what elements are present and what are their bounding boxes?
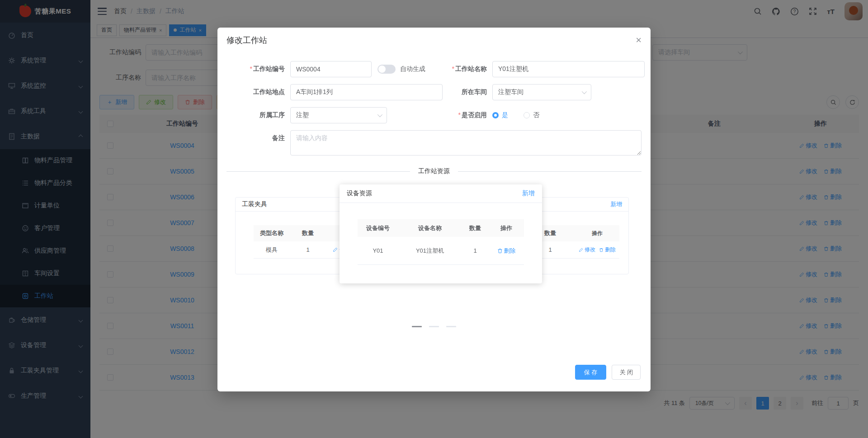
save-button[interactable]: 保 存 (575, 365, 607, 380)
fixture-panel-title: 工装夹具 (242, 200, 267, 208)
name-input[interactable] (492, 61, 645, 77)
close-icon[interactable]: × (636, 35, 642, 45)
right-row-delete-link[interactable]: 删除 (599, 246, 616, 254)
code-label: *工作站编号 (226, 65, 290, 73)
right-panel-add-link[interactable]: 新增 (610, 200, 622, 208)
radio-dot (524, 112, 530, 118)
trash-icon (497, 248, 503, 254)
location-input[interactable] (290, 84, 443, 100)
device-resource-card: 设备资源 新增 设备编号 设备名称 数量 操作 Y01 Y01注塑机 1 (340, 184, 542, 283)
enabled-label: *是否启用 (443, 111, 492, 119)
remark-label: 备注 (226, 130, 290, 142)
pencil-icon (579, 248, 583, 252)
resources-carousel: 工装夹具 类型名称 数量 模具 1 修改 (226, 184, 642, 338)
code-input[interactable] (290, 61, 372, 77)
right-row-edit-link[interactable]: 修改 (579, 246, 595, 254)
process-label: 所属工序 (226, 111, 290, 119)
close-button[interactable]: 关 闭 (612, 365, 641, 380)
device-table-row: Y01 Y01注塑机 1 删除 (358, 237, 524, 265)
resources-divider: 工作站资源 (226, 167, 642, 175)
edit-workstation-modal: 修改工作站 × *工作站编号 自动生成 *工作站名称 工作站地点 所在车间 (217, 28, 651, 391)
name-label: *工作站名称 (443, 65, 492, 73)
radio-dot (492, 112, 499, 118)
trash-icon (599, 248, 604, 252)
auto-generate-toggle[interactable] (377, 65, 396, 74)
auto-generate-label: 自动生成 (400, 65, 425, 73)
carousel-indicators (226, 326, 642, 327)
carousel-dot-2[interactable] (429, 326, 439, 327)
modal-title: 修改工作站 (226, 35, 267, 46)
enabled-yes-radio[interactable]: 是 (492, 111, 508, 119)
workshop-label: 所在车间 (443, 88, 492, 96)
enabled-no-radio[interactable]: 否 (524, 111, 539, 119)
remark-textarea[interactable] (290, 130, 642, 155)
device-add-link[interactable]: 新增 (522, 189, 535, 198)
pencil-icon (333, 247, 338, 252)
device-table-header: 设备编号 设备名称 数量 操作 (358, 219, 524, 237)
location-label: 工作站地点 (226, 88, 290, 96)
chevron-down-icon (377, 112, 382, 117)
process-select[interactable]: 注塑 (290, 107, 387, 123)
device-row-delete-link[interactable]: 删除 (497, 247, 516, 255)
workshop-select[interactable]: 注塑车间 (492, 84, 591, 100)
chevron-down-icon (582, 89, 587, 94)
carousel-dot-1[interactable] (412, 326, 422, 327)
device-panel-title: 设备资源 (347, 189, 372, 198)
carousel-dot-3[interactable] (446, 326, 456, 327)
